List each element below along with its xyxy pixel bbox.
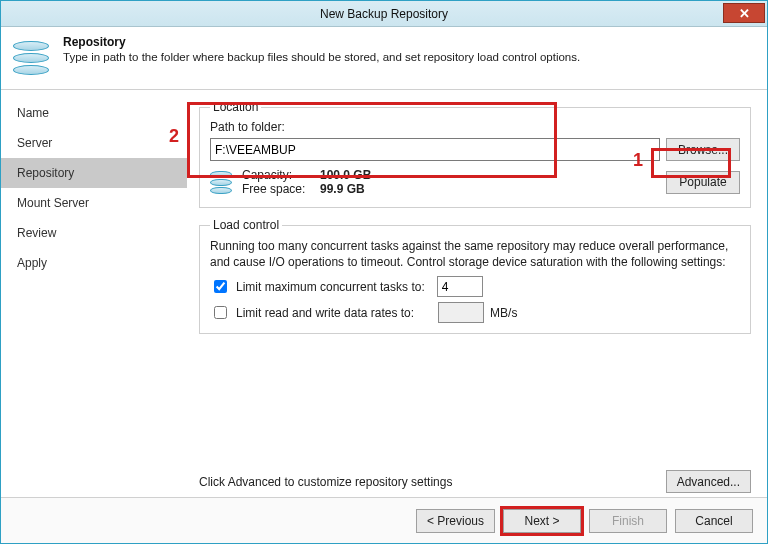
repository-icon: [13, 37, 55, 79]
wizard-content: Location Path to folder: Browse... Capac…: [187, 90, 767, 497]
location-group: Location Path to folder: Browse... Capac…: [199, 100, 751, 208]
free-space-label: Free space:: [242, 182, 312, 196]
step-apply[interactable]: Apply: [1, 248, 187, 278]
close-icon: ✕: [739, 6, 750, 21]
capacity-label: Capacity:: [242, 168, 312, 182]
limit-rates-value: [438, 302, 484, 323]
free-space-value: 99.9 GB: [320, 182, 365, 196]
wizard-footer: < Previous Next > Finish Cancel: [1, 497, 767, 543]
page-title: Repository: [63, 35, 580, 49]
step-review[interactable]: Review: [1, 218, 187, 248]
limit-rates-checkbox[interactable]: [214, 306, 227, 319]
previous-button[interactable]: < Previous: [416, 509, 495, 533]
advanced-hint: Click Advanced to customize repository s…: [199, 475, 452, 489]
limit-tasks-label: Limit maximum concurrent tasks to:: [236, 280, 425, 294]
step-mount-server[interactable]: Mount Server: [1, 188, 187, 218]
path-input[interactable]: [210, 138, 660, 161]
load-control-desc: Running too many concurrent tasks agains…: [210, 238, 740, 270]
limit-rates-unit: MB/s: [490, 306, 517, 320]
close-button[interactable]: ✕: [723, 3, 765, 23]
finish-button: Finish: [589, 509, 667, 533]
step-repository[interactable]: Repository: [1, 158, 187, 188]
limit-tasks-value[interactable]: [437, 276, 483, 297]
wizard-steps: Name Server Repository Mount Server Revi…: [1, 90, 187, 497]
wizard-header: Repository Type in path to the folder wh…: [1, 27, 767, 89]
window-title: New Backup Repository: [1, 7, 767, 21]
limit-tasks-checkbox[interactable]: [214, 280, 227, 293]
step-name[interactable]: Name: [1, 98, 187, 128]
advanced-button[interactable]: Advanced...: [666, 470, 751, 493]
disk-icon: [210, 167, 234, 197]
next-button[interactable]: Next >: [503, 509, 581, 533]
path-label: Path to folder:: [210, 120, 740, 134]
step-server[interactable]: Server: [1, 128, 187, 158]
location-legend: Location: [210, 100, 261, 114]
page-subtitle: Type in path to the folder where backup …: [63, 51, 580, 63]
wizard-window: New Backup Repository ✕ Repository Type …: [0, 0, 768, 544]
capacity-value: 100.0 GB: [320, 168, 371, 182]
load-control-group: Load control Running too many concurrent…: [199, 218, 751, 334]
populate-button[interactable]: Populate: [666, 171, 740, 194]
title-bar: New Backup Repository ✕: [1, 1, 767, 27]
load-control-legend: Load control: [210, 218, 282, 232]
cancel-button[interactable]: Cancel: [675, 509, 753, 533]
limit-rates-label: Limit read and write data rates to:: [236, 306, 414, 320]
browse-button[interactable]: Browse...: [666, 138, 740, 161]
